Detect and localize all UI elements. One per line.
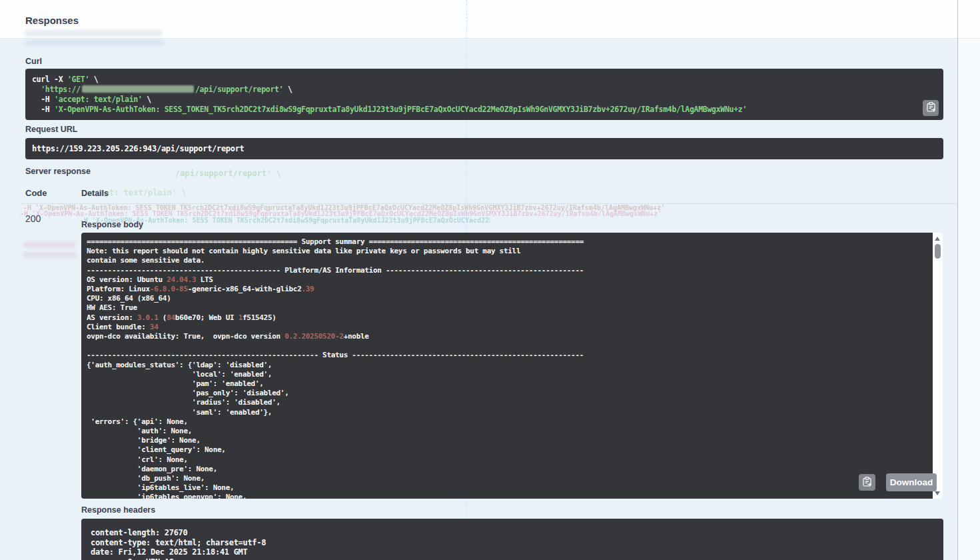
responses-section-title: Responses — [25, 15, 79, 26]
response-body-scroll-region[interactable]: ========================================… — [81, 233, 933, 499]
request-url-value: https://159.223.205.226:943/api/support/… — [25, 138, 943, 160]
ghost-artifact: -H 'X-OpenVPN-As-AuthToken: SESS_TOKEN_T… — [20, 210, 956, 217]
request-url-label: Request URL — [25, 125, 77, 134]
code-column-header: Code — [25, 188, 47, 198]
scrollbar-down-arrow-icon[interactable] — [935, 491, 940, 495]
ghost-artifact — [23, 242, 75, 247]
curl-command-text: curl -X 'GET' \ 'https:///api/support/re… — [25, 69, 943, 121]
table-header-divider — [20, 203, 957, 204]
response-body-label: Response body — [81, 220, 143, 229]
curl-label: Curl — [25, 57, 42, 66]
request-url-block: https://159.223.205.226:943/api/support/… — [25, 138, 943, 159]
ghost-artifact: -H 'X-OpenVPN-As-AuthToken: SESS_TOKEN_T… — [23, 204, 956, 211]
server-response-label: Server response — [25, 167, 91, 176]
status-code: 200 — [25, 213, 41, 224]
response-headers-label: Response headers — [81, 505, 155, 515]
ghost-artifact — [25, 40, 164, 45]
clipboard-icon — [927, 102, 935, 114]
details-column-header: Details — [81, 189, 109, 198]
download-button[interactable]: Download — [886, 473, 937, 491]
ghost-artifact — [23, 252, 77, 257]
responses-panel: Responses /api/support/report' \ accept:… — [0, 0, 980, 560]
ghost-artifact: /api/support/report' \ — [175, 169, 281, 178]
clipboard-icon — [863, 477, 871, 489]
scrollbar-thumb[interactable] — [935, 244, 941, 259]
response-headers-block: content-length: 27670content-type: text/… — [81, 519, 943, 560]
copy-response-body-button[interactable] — [859, 474, 875, 491]
curl-code-block: curl -X 'GET' \ 'https:///api/support/re… — [25, 69, 943, 120]
response-body-text: ========================================… — [81, 233, 933, 499]
response-body-scrollbar[interactable] — [933, 233, 943, 499]
response-headers-text: content-length: 27670content-type: text/… — [81, 519, 943, 560]
ghost-artifact — [25, 31, 162, 36]
scrollbar-up-arrow-icon[interactable] — [935, 237, 940, 241]
response-body-area: ========================================… — [81, 233, 943, 499]
copy-curl-button[interactable] — [923, 100, 939, 116]
